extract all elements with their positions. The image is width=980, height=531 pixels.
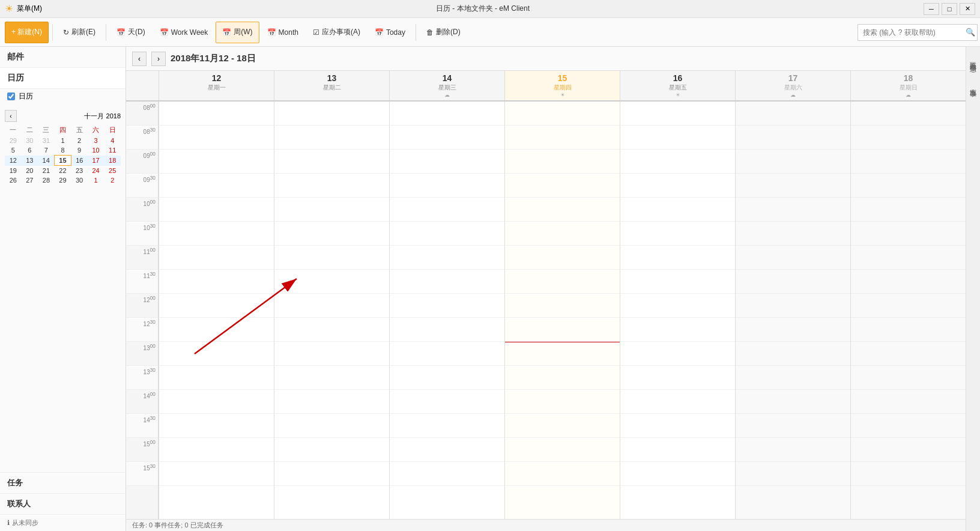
close-button[interactable]: ✕ [960,3,975,15]
refresh-button[interactable]: ↻ 刷新(E) [56,22,102,43]
time-1000: 1000 [126,198,158,222]
mini-cal-day[interactable]: 24 [88,166,104,176]
tasks-nav[interactable]: 任务 [0,473,126,494]
day-header-16: 16 星期五 ☀ [620,71,735,100]
delete-button[interactable]: 🗑 删除(D) [420,22,467,43]
tasks-icon: ☑ [313,28,319,37]
weekday-mon: 一 [5,124,22,136]
mini-cal-day[interactable]: 30 [22,136,38,145]
mini-cal-day[interactable]: 25 [104,166,121,176]
day-col-16[interactable] [620,102,735,519]
restore-button[interactable]: □ [942,3,957,15]
window-title: 日历 - 本地文件夹 - eM Client [42,4,924,14]
day-col-18[interactable] [850,102,966,519]
mini-cal-week-3: 12 13 14 15 16 17 18 [5,156,121,166]
day-col-12[interactable] [159,102,274,519]
mini-cal-week-2: 5 6 7 8 9 10 11 [5,145,121,156]
mini-cal-day[interactable]: 1 [88,175,104,185]
time-0930: 0930 [126,174,158,198]
mini-cal-day[interactable]: 20 [22,166,38,176]
mini-cal-day[interactable]: 3 [88,136,104,145]
tasks-button[interactable]: ☑ 应办事项(A) [306,22,367,43]
search-input[interactable] [858,24,978,41]
app-menu[interactable]: 菜单(M) [17,4,42,14]
mini-cal-day[interactable]: 21 [38,166,55,176]
mini-cal-day[interactable]: 7 [38,145,55,156]
mini-cal-day[interactable]: 22 [55,166,71,176]
weekday-wed: 三 [38,124,55,136]
mini-cal-day[interactable]: 12 [5,156,22,166]
mini-cal-day[interactable]: 13 [22,156,38,166]
day-col-17[interactable] [735,102,850,519]
sync-status[interactable]: ℹ 从未同步 [0,515,126,531]
time-0830: 0830 [126,126,158,150]
contacts-nav[interactable]: 联系人 [0,494,126,515]
delete-icon: 🗑 [426,28,434,37]
mini-cal-day[interactable]: 2 [71,136,88,145]
mini-cal-day[interactable]: 17 [88,156,104,166]
mini-cal-header: ‹ 十一月 2018 [5,110,121,122]
cal-next-button[interactable]: › [151,52,166,66]
main-layout: 邮件 日历 日历 ‹ 十一月 2018 一 二 三 四 五 六 [0,47,980,531]
mini-cal-day[interactable]: 10 [88,145,104,156]
cal-prev-button[interactable]: ‹ [132,52,147,66]
time-gutter-header [126,71,159,100]
new-button[interactable]: + 新建(N) [5,22,49,43]
mini-cal-day[interactable]: 18 [104,156,121,166]
week-header: 12 星期一 13 星期二 14 星期三 ☁ 15 星期四 ☀ 16 [126,71,966,102]
calendar-section[interactable]: 日历 [0,68,126,89]
mini-cal-day[interactable]: 23 [71,166,88,176]
day-button[interactable]: 📅 天(D) [110,22,152,43]
minimize-button[interactable]: ─ [924,3,939,15]
mini-cal-prev[interactable]: ‹ [5,110,17,122]
mini-cal-day[interactable]: 6 [22,145,38,156]
mini-cal-day[interactable]: 29 [55,175,71,185]
mini-cal-day[interactable]: 9 [71,145,88,156]
mini-cal-day[interactable]: 16 [71,156,88,166]
time-1330: 1330 [126,366,158,390]
sidebar-bottom: 任务 联系人 ℹ 从未同步 [0,472,126,531]
month-button[interactable]: 📅 Month [261,22,305,43]
day-header-13: 13 星期二 [274,71,389,100]
mini-cal-day[interactable]: 5 [5,145,22,156]
today-icon: 📅 [375,28,384,37]
calendar-checkbox[interactable] [7,93,15,100]
window-controls: ─ □ ✕ [924,3,975,15]
time-1100: 1100 [126,246,158,270]
month-label: Month [279,28,298,37]
status-text: 任务: 0 事件任务; 0 已完成任务 [132,521,223,530]
search-icon[interactable]: 🔍 [966,28,975,37]
weekday-sat: 六 [88,124,104,136]
mini-cal-day[interactable]: 4 [104,136,121,145]
mini-cal-day[interactable]: 29 [5,136,22,145]
mail-section[interactable]: 邮件 [0,47,126,68]
day-icon: 📅 [116,28,126,37]
toolbar-divider-3 [416,24,416,41]
workweek-button[interactable]: 📅 Work Week [153,22,215,43]
mini-cal-day[interactable]: 2 [104,175,121,185]
mini-cal-day[interactable]: 26 [5,175,22,185]
week-button[interactable]: 📅 周(W) [216,22,259,43]
mini-cal-day[interactable]: 1 [55,136,71,145]
mini-cal-day[interactable]: 8 [55,145,71,156]
day-col-13[interactable] [274,102,389,519]
tasks-panel-label[interactable]: 应办事项 [969,80,978,90]
mini-cal-today[interactable]: 15 [55,156,71,166]
contacts-detail-label[interactable]: 联系人详细信息 [969,53,978,64]
day-col-15[interactable] [504,102,620,519]
mini-cal-day[interactable]: 11 [104,145,121,156]
today-button[interactable]: 📅 Today [368,22,412,43]
mini-cal-day[interactable]: 31 [38,136,55,145]
mini-cal-day[interactable]: 19 [5,166,22,176]
month-icon: 📅 [267,28,276,37]
time-0800: 0800 [126,102,158,126]
calendar-item-label: 日历 [19,91,33,102]
time-1400: 1400 [126,390,158,414]
mini-cal-day[interactable]: 14 [38,156,55,166]
time-1300: 1300 [126,342,158,366]
mini-cal-day[interactable]: 27 [22,175,38,185]
mini-cal-title: 十一月 2018 [84,112,121,121]
day-col-14[interactable] [389,102,504,519]
mini-cal-day[interactable]: 30 [71,175,88,185]
mini-cal-day[interactable]: 28 [38,175,55,185]
